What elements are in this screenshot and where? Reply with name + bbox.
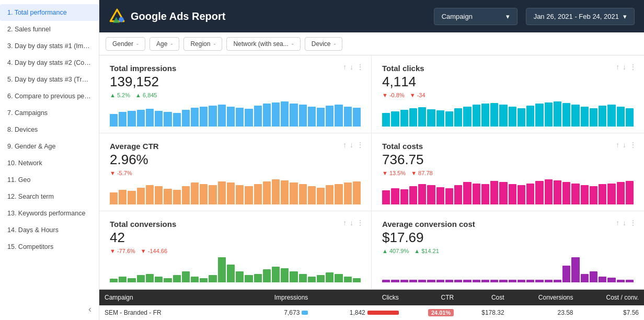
chart-bar [400, 280, 408, 282]
metric-value-avg-conversion-cost: $17.69 [382, 230, 634, 246]
chart-bar [590, 186, 597, 204]
chart-bar [263, 181, 271, 204]
chart-bar [400, 189, 408, 204]
sidebar-item-devices[interactable]: 8. Devices [0, 121, 99, 138]
metric-arrow-down[interactable]: ↓ [623, 63, 626, 71]
chart-bar [391, 188, 399, 204]
metric-arrow-down[interactable]: ↓ [350, 141, 353, 149]
metric-chart-total-impressions [110, 101, 361, 129]
chart-bar [326, 272, 334, 282]
campaign-dropdown[interactable]: Campaign ▾ [434, 8, 518, 25]
sidebar-item-day-by-day-2[interactable]: 4. Day by day stats #2 (Conv... [0, 54, 99, 71]
metric-change: ▼ -5.7% [110, 170, 132, 176]
metric-title-average-ctr: Average CTR [110, 142, 361, 151]
metric-more[interactable]: ⋮ [629, 219, 637, 227]
metric-arrow-down[interactable]: ↓ [623, 219, 626, 227]
chart-bar [128, 111, 135, 127]
metric-more[interactable]: ⋮ [356, 219, 364, 227]
chart-bar [254, 184, 262, 204]
chart-bar [263, 104, 271, 127]
metric-arrow-up[interactable]: ↑ [616, 63, 619, 71]
chart-bar [200, 184, 208, 204]
filter-label-age: Age [156, 40, 167, 48]
metric-arrow-up[interactable]: ↑ [616, 141, 619, 149]
metric-arrow-down[interactable]: ↓ [350, 219, 353, 227]
filter-age[interactable]: Age- [150, 37, 179, 51]
cell-clicks: 1,842 [313, 305, 404, 320]
metric-changes-avg-conversion-cost: ▲ 407.9%▲ $14.21 [382, 248, 634, 254]
chart-bar [562, 182, 570, 204]
chart-bar [463, 280, 471, 282]
sidebar-item-days-hours[interactable]: 14. Days & Hours [0, 222, 99, 238]
sidebar-collapse-button[interactable]: ‹ [0, 299, 99, 320]
campaign-dropdown-arrow: ▾ [506, 13, 510, 20]
filter-device[interactable]: Device- [305, 37, 343, 51]
sidebar: 1. Total performance2. Sales funnel3. Da… [0, 0, 99, 320]
chart-bar [146, 185, 154, 204]
chart-bar [137, 110, 145, 127]
filter-gender[interactable]: Gender- [106, 37, 145, 51]
sidebar-item-network[interactable]: 10. Network [0, 155, 99, 172]
chart-bar [481, 184, 489, 204]
metric-change: ▼ -144.66 [141, 248, 167, 254]
sidebar-item-keywords[interactable]: 13. Keywords performance [0, 205, 99, 222]
chart-bar [200, 278, 208, 282]
chart-bar [299, 105, 307, 127]
chart-bar [164, 278, 171, 282]
metric-actions: ↑ ↓ ⋮ [616, 63, 637, 71]
date-range-dropdown[interactable]: Jan 26, 2021 - Feb 24, 2021 ▾ [526, 8, 635, 25]
metric-arrow-down[interactable]: ↓ [623, 141, 626, 149]
sidebar-item-gender-age[interactable]: 9. Gender & Age [0, 138, 99, 155]
sidebar-item-search-term[interactable]: 12. Search term [0, 188, 99, 205]
chart-bar [400, 110, 408, 127]
chart-bar [581, 107, 589, 127]
metric-more[interactable]: ⋮ [356, 141, 364, 149]
chart-bar [617, 182, 625, 204]
chart-bar [445, 188, 453, 204]
filter-arrow-device: - [334, 40, 336, 48]
chart-bar [581, 185, 589, 204]
chart-bar [299, 274, 307, 282]
chart-bar [308, 186, 316, 204]
chart-bar [436, 110, 444, 127]
metric-actions: ↑ ↓ ⋮ [343, 141, 364, 149]
metric-arrow-up[interactable]: ↑ [616, 219, 619, 227]
chart-bar [418, 184, 426, 204]
metric-arrow-up[interactable]: ↑ [343, 219, 347, 227]
metric-arrow-up[interactable]: ↑ [343, 63, 347, 71]
chart-bar [110, 192, 118, 204]
sidebar-item-day-by-day-1[interactable]: 3. Day by day stats #1 (Impre... [0, 38, 99, 54]
metric-changes-total-clicks: ▼ -0.8%▼ -34 [382, 92, 634, 98]
metric-arrow-down[interactable]: ↓ [350, 63, 353, 71]
impressions-value: 7,673 [284, 309, 300, 316]
metric-more[interactable]: ⋮ [356, 63, 364, 71]
chart-bar [617, 107, 625, 127]
chart-bar [473, 280, 480, 282]
clicks-value: 1,842 [350, 309, 365, 316]
filter-network[interactable]: Network (with sea...- [226, 37, 300, 51]
chart-bar [418, 280, 426, 282]
sidebar-item-day-by-day-3[interactable]: 5. Day by day stats #3 (Trend) [0, 71, 99, 88]
chart-bar [209, 106, 216, 127]
chart-bar [236, 271, 244, 282]
metric-more[interactable]: ⋮ [629, 141, 637, 149]
svg-point-2 [119, 17, 124, 22]
chart-bar [146, 109, 154, 127]
sidebar-item-sales-funnel[interactable]: 2. Sales funnel [0, 21, 99, 38]
metric-changes-average-ctr: ▼ -5.7% [110, 170, 361, 176]
metric-more[interactable]: ⋮ [629, 63, 637, 71]
ctr-badge: 24.01% [428, 309, 454, 316]
sidebar-item-competitors[interactable]: 15. Competitors [0, 238, 99, 255]
chart-bar [353, 278, 361, 282]
google-ads-logo-icon [109, 8, 125, 25]
chart-bar [272, 267, 280, 282]
metric-arrow-up[interactable]: ↑ [343, 141, 347, 149]
metric-value-total-conversions: 42 [110, 230, 361, 246]
sidebar-item-geo[interactable]: 11. Geo [0, 172, 99, 188]
filter-region[interactable]: Region- [183, 37, 222, 51]
sidebar-item-total-performance[interactable]: 1. Total performance [0, 4, 99, 21]
metric-card-total-clicks: ↑ ↓ ⋮ Total clicks 4,114 ▼ -0.8%▼ -34 [372, 55, 644, 133]
chart-bar [391, 280, 399, 282]
sidebar-item-campaigns[interactable]: 7. Campaigns [0, 105, 99, 121]
sidebar-item-compare[interactable]: 6. Compare to previous peri... [0, 88, 99, 105]
